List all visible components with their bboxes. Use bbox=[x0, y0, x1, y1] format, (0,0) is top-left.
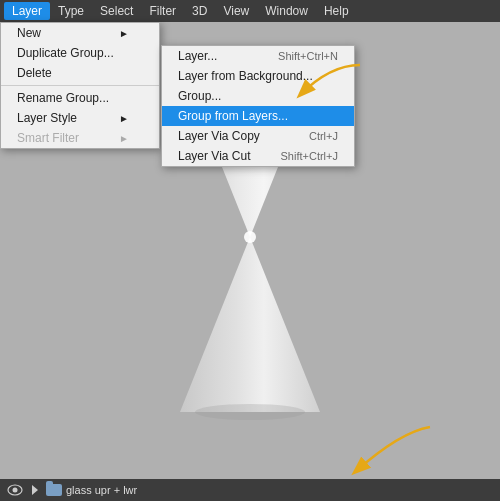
submenu-item-via-cut-label: Layer Via Cut bbox=[178, 149, 251, 163]
submenu-item-via-copy-shortcut: Ctrl+J bbox=[309, 130, 338, 142]
smart-filter-arrow: ► bbox=[119, 133, 129, 144]
layer-name-label: glass upr + lwr bbox=[66, 484, 137, 496]
menu-type[interactable]: Type bbox=[50, 2, 92, 20]
menu-3d[interactable]: 3D bbox=[184, 2, 215, 20]
submenu-item-via-cut[interactable]: Layer Via Cut Shift+Ctrl+J bbox=[162, 146, 354, 166]
dropdown-item-rename-label: Rename Group... bbox=[17, 91, 109, 105]
dropdown-item-layer-style-label: Layer Style bbox=[17, 111, 77, 125]
svg-point-1 bbox=[195, 404, 305, 420]
expand-arrow-icon[interactable] bbox=[28, 483, 42, 497]
submenu-item-layer-label: Layer... bbox=[178, 49, 217, 63]
submenu-item-via-cut-shortcut: Shift+Ctrl+J bbox=[281, 150, 338, 162]
dropdown-item-delete-label: Delete bbox=[17, 66, 52, 80]
dropdown-item-layer-style[interactable]: Layer Style ► bbox=[1, 108, 159, 128]
dropdown-item-duplicate-label: Duplicate Group... bbox=[17, 46, 114, 60]
layer-dropdown: New ► Duplicate Group... Delete Rename G… bbox=[0, 22, 160, 149]
folder-icon bbox=[46, 484, 62, 496]
dropdown-item-new-label: New bbox=[17, 26, 41, 40]
menu-view[interactable]: View bbox=[215, 2, 257, 20]
submenu-item-group-label: Group... bbox=[178, 89, 221, 103]
menu-window[interactable]: Window bbox=[257, 2, 316, 20]
arrow-annotation-1 bbox=[290, 60, 370, 110]
menu-bar: Layer Type Select Filter 3D View Window … bbox=[0, 0, 500, 22]
menu-help[interactable]: Help bbox=[316, 2, 357, 20]
dropdown-item-duplicate[interactable]: Duplicate Group... bbox=[1, 43, 159, 63]
layer-style-arrow: ► bbox=[119, 113, 129, 124]
svg-point-0 bbox=[244, 231, 256, 243]
dropdown-item-rename[interactable]: Rename Group... bbox=[1, 88, 159, 108]
submenu-item-via-copy[interactable]: Layer Via Copy Ctrl+J bbox=[162, 126, 354, 146]
dropdown-item-new[interactable]: New ► bbox=[1, 23, 159, 43]
layer-name-text: glass upr + lwr bbox=[66, 484, 137, 496]
svg-marker-4 bbox=[32, 485, 38, 495]
submenu-item-via-copy-label: Layer Via Copy bbox=[178, 129, 260, 143]
menu-select[interactable]: Select bbox=[92, 2, 141, 20]
dropdown-item-smart-filter-label: Smart Filter bbox=[17, 131, 79, 145]
menu-filter[interactable]: Filter bbox=[141, 2, 184, 20]
submenu-item-group-from-layers-label: Group from Layers... bbox=[178, 109, 288, 123]
arrow-annotation-2 bbox=[340, 422, 440, 479]
status-bar: glass upr + lwr bbox=[0, 479, 500, 501]
dropdown-item-smart-filter[interactable]: Smart Filter ► bbox=[1, 128, 159, 148]
visibility-icon[interactable] bbox=[6, 483, 24, 497]
menu-layer[interactable]: Layer bbox=[4, 2, 50, 20]
svg-point-3 bbox=[13, 488, 18, 493]
dropdown-item-new-arrow: ► bbox=[119, 28, 129, 39]
dropdown-item-delete[interactable]: Delete bbox=[1, 63, 159, 83]
dropdown-separator-1 bbox=[1, 85, 159, 86]
